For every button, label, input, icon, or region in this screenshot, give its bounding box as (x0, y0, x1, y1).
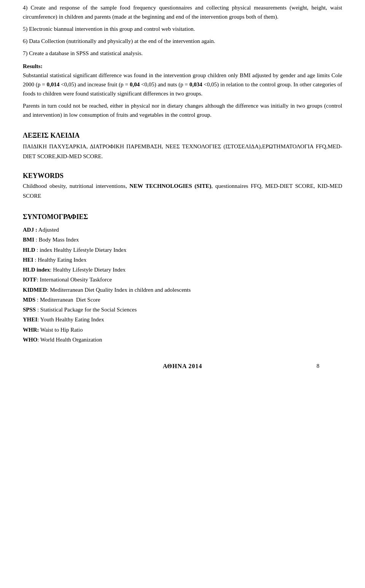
paragraph-5-text: 5) Electronic biannual intervention in t… (23, 26, 195, 32)
page-number: 8 (317, 363, 320, 369)
abbr-who: WHO: World Health Organization (23, 335, 342, 345)
abbr-hei: HEI : Healthy Eating Index (23, 255, 342, 265)
pvalue3: 0,034 (189, 81, 202, 87)
results-heading: Results: (23, 63, 43, 69)
keywords-heading: KEYWORDS (23, 172, 342, 180)
paragraph-6-text: 6) Data Collection (nutritionally and ph… (23, 38, 215, 44)
results-parents: Parents in turn could not be reached, ei… (23, 101, 342, 119)
keywords-section: KEYWORDS Childhood obesity, nutritional … (23, 172, 342, 201)
keywords-body: Childhood obesity, nutritional intervent… (23, 181, 342, 201)
pvalue2: 0,04 (130, 81, 140, 87)
abbr-iotf: IOTF: International Obesity Taskforce (23, 275, 342, 284)
footer: ΑΘΗΝΑ 2014 8 (23, 363, 342, 370)
paragraph-7-text: 7) Create a database in SPSS and statist… (23, 50, 143, 56)
footer-city-year: ΑΘΗΝΑ 2014 (163, 363, 202, 370)
results-section: Results: Substantial statistical signifi… (23, 62, 342, 98)
abbr-hld-index: HLD index: Healthy Lifestyle Dietary Ind… (23, 265, 342, 275)
abbreviations-section: ΣΥΝΤΟΜΟΓΡΑΦΙΕΣ ADJ : Adjusted BMI : Body… (23, 213, 342, 345)
abbreviations-heading: ΣΥΝΤΟΜΟΓΡΑΦΙΕΣ (23, 213, 342, 221)
abbr-hld: HLD : index Healthy Lifestyle Dietary In… (23, 245, 342, 255)
paragraph-7: 7) Create a database in SPSS and statist… (23, 49, 342, 58)
abbr-yhei: YHEI: Youth Healthy Eating Index (23, 315, 342, 324)
abbr-kidmed: KIDMED: Mediterranean Diet Quality Index… (23, 285, 342, 295)
results-body1: Substantial statistical significant diff… (23, 72, 342, 97)
paragraph-5: 5) Electronic biannual intervention in t… (23, 24, 342, 33)
pvalue1: 0,014 (47, 81, 60, 87)
paragraph-6: 6) Data Collection (nutritionally and ph… (23, 37, 342, 46)
abbr-bmi: BMI : Body Mass Index (23, 235, 342, 245)
abbr-mds: MDS : Mediterranean Diet Score (23, 295, 342, 305)
abbr-whr: WHR: Waist to Hip Ratio (23, 325, 342, 335)
results-parents-text: Parents in turn could not be reached, ei… (23, 103, 342, 118)
paragraph-4-text: 4) Create and response of the sample foo… (23, 5, 342, 20)
abbr-adj: ADJ : Adjusted (23, 225, 342, 235)
greek-keywords-heading: ΛΕΞΕΙΣ ΚΛΕΙΔΙΑ (23, 132, 342, 140)
greek-keywords-body: ΠΑΙΔΙΚΗ ΠΑΧΥΣΑΡΚΙΑ, ΔΙΑΤΡΟΦΙΚΗ ΠΑΡΕΜΒΑΣΗ… (23, 142, 342, 161)
greek-keywords-section: ΛΕΞΕΙΣ ΚΛΕΙΔΙΑ ΠΑΙΔΙΚΗ ΠΑΧΥΣΑΡΚΙΑ, ΔΙΑΤΡ… (23, 132, 342, 161)
paragraph-4: 4) Create and response of the sample foo… (23, 3, 342, 21)
abbr-spss: SPSS : Statistical Package for the Socia… (23, 305, 342, 315)
